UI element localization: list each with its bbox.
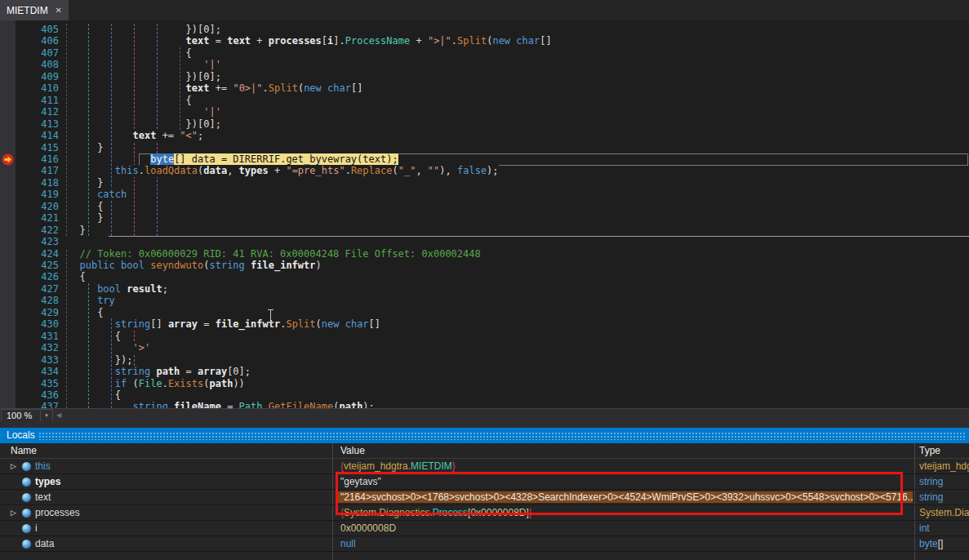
line-number: 432 (16, 342, 59, 353)
locals-row-text[interactable]: text"2164>svchost>0><1768>svchost>0><432… (0, 490, 969, 505)
code-line-text: { (115, 331, 121, 342)
code-line[interactable]: 428try (0, 295, 969, 306)
code-line-text: '|' (203, 106, 221, 118)
line-number: 433 (16, 354, 59, 366)
code-line[interactable]: 433}); (0, 354, 969, 366)
code-line-text: })[0]; (186, 118, 221, 130)
code-line[interactable]: 419catch (0, 189, 969, 200)
code-line-text: { (186, 47, 192, 59)
editor-bottom-bar: 100 % ▼ ◀ (0, 408, 969, 421)
expander-icon[interactable]: ▷ (11, 508, 16, 518)
code-line[interactable]: 436{ (0, 389, 969, 401)
column-header-type[interactable]: Type (919, 445, 940, 456)
line-number: 434 (16, 366, 59, 377)
locals-row-data[interactable]: datanullbyte[] (0, 536, 969, 552)
code-line[interactable]: 423 (0, 236, 969, 247)
locals-row-processes[interactable]: ▷processes{System.Diagnostics.Process[0x… (0, 505, 969, 521)
code-line-text: text += "0>|".Split(new char[] (186, 82, 363, 94)
code-line[interactable]: 420{ (0, 201, 969, 212)
chevron-down-icon[interactable]: ▼ (40, 410, 52, 421)
line-number: 414 (16, 130, 59, 141)
code-line[interactable]: 431{ (0, 331, 969, 342)
locals-row-this[interactable]: ▷this{vteijam_hdgtra.MIETDIM}vteijam_hdg… (0, 459, 969, 474)
code-line-text: { (79, 271, 85, 282)
line-number: 410 (16, 82, 59, 94)
code-line[interactable]: 407{ (0, 47, 969, 59)
field-icon (22, 493, 31, 502)
code-line-text: string path = array[0]; (115, 366, 251, 377)
code-line-text: text = text + processes[i].ProcessName +… (186, 35, 552, 47)
field-icon (22, 478, 31, 487)
code-lines: 405})[0];406text = text + processes[i].P… (0, 24, 969, 408)
code-line[interactable]: 409})[0]; (0, 71, 969, 82)
code-line-text: string[] array = file_infwtr.Split(new c… (115, 318, 380, 330)
variable-name: i (35, 522, 38, 534)
code-line[interactable]: 426{ (0, 271, 969, 282)
code-line-text: } (79, 224, 85, 236)
variable-value: {System.Diagnostics.Process[0x0000008D]} (336, 507, 913, 518)
line-number: 409 (16, 71, 59, 82)
code-line-text: } (97, 177, 103, 189)
code-line[interactable]: 429{ (0, 307, 969, 318)
code-line-text: // Token: 0x06000029 RID: 41 RVA: 0x0000… (79, 248, 480, 260)
code-line[interactable]: 418} (0, 177, 969, 189)
code-line[interactable]: 408'|' (0, 59, 969, 70)
field-icon (22, 524, 31, 533)
code-line[interactable]: 437string fileName = Path.GetFileName(pa… (0, 401, 969, 408)
tab-mietdim[interactable]: MIETDIM ✕ (0, 0, 69, 20)
code-line[interactable]: 430string[] array = file_infwtr.Split(ne… (0, 318, 969, 330)
locals-panel: Locals Name Value Type ▷this{vteijam_hdg… (0, 428, 969, 560)
panel-splitter[interactable] (0, 421, 969, 428)
code-line[interactable]: 435if (File.Exists(path)) (0, 378, 969, 389)
editor-pane[interactable]: 405})[0];406text = text + processes[i].P… (0, 20, 969, 408)
locals-title: Locals (7, 429, 35, 441)
code-line[interactable]: 415} (0, 142, 969, 153)
mouse-ibeam-cursor (267, 309, 274, 322)
locals-row-types[interactable]: types"geytavs"string (0, 474, 969, 490)
scroll-left-icon[interactable]: ◀ (56, 411, 61, 419)
code-line[interactable]: 405})[0]; (0, 24, 969, 35)
breakpoint-current-statement-icon[interactable] (2, 153, 14, 166)
code-line[interactable]: 406text = text + processes[i].ProcessNam… (0, 35, 969, 47)
code-line[interactable]: 413})[0]; (0, 118, 969, 130)
variable-value: 0x0000008D (336, 522, 913, 534)
code-line[interactable]: 427bool result; (0, 283, 969, 295)
locals-row-i[interactable]: i0x0000008Dint (0, 521, 969, 536)
code-line[interactable]: 417this.loadQdata(data, types + "=pre_ht… (0, 165, 969, 176)
line-number: 418 (16, 177, 59, 189)
line-number: 426 (16, 271, 59, 282)
line-number: 428 (16, 295, 59, 306)
field-icon (22, 462, 31, 471)
code-line-text: bool result; (97, 283, 168, 295)
code-line[interactable]: 416byte[] data = DIRERRIF.get_byvewray(t… (0, 153, 969, 165)
line-number: 419 (16, 189, 59, 200)
column-header-value[interactable]: Value (340, 445, 365, 456)
code-line-text: this.loadQdata(data, types + "=pre_hts".… (115, 165, 499, 176)
code-line[interactable]: 422} (0, 224, 969, 236)
code-line[interactable]: 412'|' (0, 106, 969, 118)
code-line[interactable]: 425public bool seyndwuto(string file_inf… (0, 260, 969, 271)
code-line[interactable]: 434string path = array[0]; (0, 366, 969, 377)
field-icon (22, 509, 31, 518)
title-bar-grip-dots (38, 432, 967, 440)
variable-name: data (35, 538, 54, 549)
locals-title-bar[interactable]: Locals (0, 428, 969, 443)
code-line[interactable]: 411{ (0, 95, 969, 106)
code-line-text: byte[] data = DIRERRIF.get_byvewray(text… (150, 153, 398, 165)
close-icon[interactable]: ✕ (56, 6, 62, 15)
code-line-text: catch (97, 189, 127, 200)
code-line[interactable]: 421} (0, 212, 969, 224)
horizontal-scrollbar[interactable] (65, 410, 969, 420)
code-line[interactable]: 414text += "<"; (0, 130, 969, 141)
code-line[interactable]: 410text += "0>|".Split(new char[] (0, 82, 969, 94)
expander-icon[interactable]: ▷ (11, 461, 16, 471)
code-line-text: text += "<"; (133, 130, 204, 141)
code-line[interactable]: 432'>' (0, 342, 969, 353)
line-number: 407 (16, 47, 59, 59)
code-line[interactable]: 424// Token: 0x06000029 RID: 41 RVA: 0x0… (0, 248, 969, 260)
column-header-name[interactable]: Name (11, 445, 37, 456)
code-line-text: { (97, 307, 103, 318)
code-line-text: { (97, 201, 103, 212)
zoom-level-select[interactable]: 100 % ▼ (1, 409, 53, 422)
line-number: 423 (16, 236, 59, 247)
